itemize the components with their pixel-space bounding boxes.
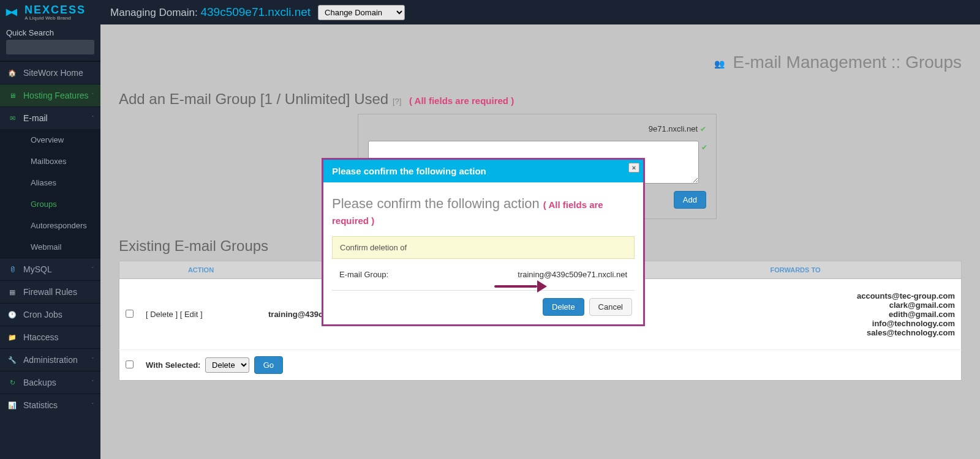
- chevron-up-icon: ˄: [91, 92, 94, 99]
- tools-icon: 🔧: [7, 355, 17, 365]
- nav-cron[interactable]: 🕐 Cron Jobs: [0, 303, 100, 326]
- brand-name: NEXCESS: [24, 4, 86, 17]
- chevron-down-icon: ˅: [91, 266, 94, 272]
- modal-close-button[interactable]: ×: [628, 163, 639, 173]
- clock-icon: 🕐: [7, 310, 17, 319]
- add-button[interactable]: Add: [674, 191, 706, 209]
- nav-email-mailboxes[interactable]: Mailboxes: [0, 151, 100, 172]
- change-domain-select[interactable]: Change Domain: [318, 5, 405, 20]
- logo-icon: [6, 5, 21, 20]
- top-bar: NEXCESS A Liquid Web Brand Managing Doma…: [0, 0, 980, 24]
- chevron-down-icon: ˅: [91, 379, 94, 386]
- nav-email-overview[interactable]: Overview: [0, 129, 100, 151]
- bulk-action-row: With Selected: Delete Go: [119, 350, 962, 381]
- confirm-modal: Please confirm the following action × Pl…: [322, 158, 645, 326]
- quick-search-section: Quick Search: [0, 24, 100, 61]
- nav-email-groups[interactable]: Groups: [0, 193, 100, 215]
- delete-link[interactable]: [ Delete ]: [146, 310, 178, 319]
- bulk-action-select[interactable]: Delete: [205, 357, 249, 373]
- edit-link[interactable]: [ Edit ]: [180, 310, 203, 319]
- quick-search-label: Quick Search: [6, 28, 94, 37]
- col-action[interactable]: ACTION: [140, 261, 262, 279]
- confirm-message: Confirm deletion of: [332, 236, 635, 259]
- modal-header: Please confirm the following action ×: [323, 160, 643, 182]
- check-icon: ✔: [701, 143, 707, 152]
- nav-firewall[interactable]: ▦ Firewall Rules: [0, 280, 100, 303]
- brand-logo: NEXCESS A Liquid Web Brand: [6, 4, 86, 21]
- sidebar: Quick Search 🏠 SiteWorx Home 🖥 Hosting F…: [0, 24, 100, 459]
- modal-delete-button[interactable]: Delete: [543, 298, 584, 316]
- folder-icon: 📁: [7, 332, 17, 342]
- help-link[interactable]: [?]: [393, 97, 401, 106]
- nav-email[interactable]: ✉ E-mail ˄: [0, 106, 100, 129]
- with-selected-label: With Selected:: [146, 360, 200, 370]
- go-button[interactable]: Go: [254, 356, 283, 374]
- select-all-checkbox[interactable]: [126, 360, 134, 368]
- modal-detail-value: training@439c509e71.nxcli.net: [518, 270, 627, 279]
- chevron-down-icon: ˅: [91, 402, 94, 408]
- row-checkbox[interactable]: [126, 310, 134, 318]
- current-domain: 439c509e71.nxcli.net: [200, 6, 311, 18]
- modal-detail-label: E-mail Group:: [339, 270, 388, 279]
- desktop-icon: 🖥: [7, 91, 17, 100]
- forwards-cell: accounts@tec-group.com clark@gmail.com e…: [630, 279, 962, 350]
- home-icon: 🏠: [7, 68, 17, 78]
- check-icon: ✔: [700, 125, 706, 133]
- nav-htaccess[interactable]: 📁 Htaccess: [0, 326, 100, 348]
- required-note: ( All fields are required ): [409, 95, 514, 106]
- modal-cancel-button[interactable]: Cancel: [589, 298, 632, 316]
- chevron-up-icon: ˄: [91, 115, 94, 121]
- nav-statistics[interactable]: 📊 Statistics ˅: [0, 394, 100, 416]
- nav-hosting-features[interactable]: 🖥 Hosting Features ˄: [0, 84, 100, 106]
- modal-detail-row: E-mail Group: training@439c509e71.nxcli.…: [332, 266, 635, 291]
- managing-domain-label: Managing Domain: 439c509e71.nxcli.net: [110, 6, 311, 19]
- chart-icon: 📊: [7, 400, 17, 410]
- users-icon: 👥: [714, 59, 725, 69]
- nav-backups[interactable]: ↻ Backups ˅: [0, 371, 100, 394]
- page-title: 👥 E-mail Management :: Groups: [119, 24, 962, 91]
- nav-email-autoresponders[interactable]: Autoresponders: [0, 215, 100, 236]
- col-forwards[interactable]: FORWARDS TO: [630, 261, 962, 279]
- quick-search-input[interactable]: [6, 40, 94, 54]
- firewall-icon: ▦: [7, 287, 17, 297]
- nav-siteworx-home[interactable]: 🏠 SiteWorx Home: [0, 61, 100, 84]
- nav-administration[interactable]: 🔧 Administration ˅: [0, 348, 100, 371]
- modal-subtitle: Please confirm the following action ( Al…: [332, 196, 635, 228]
- nav-email-webmail[interactable]: Webmail: [0, 236, 100, 258]
- domain-suffix: 9e71.nxcli.net: [649, 124, 698, 133]
- annotation-arrow: [494, 280, 549, 293]
- nav-mysql[interactable]: 🛢 MySQL ˅: [0, 258, 100, 280]
- mail-icon: ✉: [7, 113, 17, 123]
- backup-icon: ↻: [7, 378, 17, 387]
- nav-email-aliases[interactable]: Aliases: [0, 172, 100, 193]
- chevron-down-icon: ˅: [91, 357, 94, 363]
- add-group-title: Add an E-mail Group [1 / Unlimited] Used…: [119, 91, 962, 108]
- database-icon: 🛢: [7, 264, 17, 274]
